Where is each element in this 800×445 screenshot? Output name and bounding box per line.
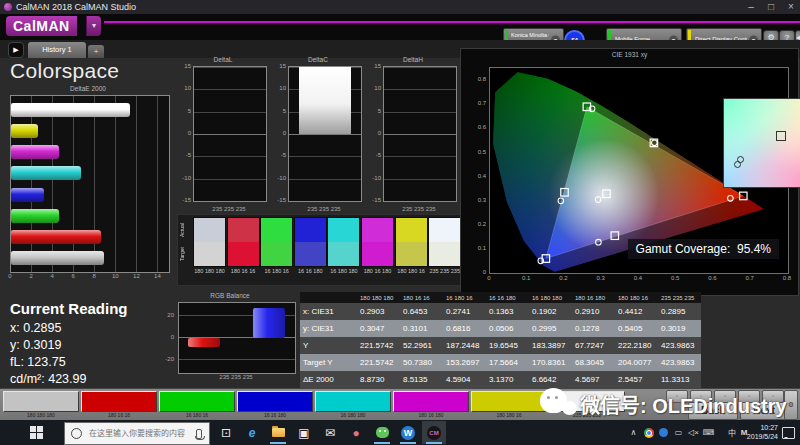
row-label: Target Y xyxy=(300,354,357,371)
table-cell: 221.5742 xyxy=(357,354,400,371)
axis-tick-label: 0.5 xyxy=(671,275,679,281)
strip-patch-label: 16 180 180 xyxy=(315,412,391,418)
mail-icon[interactable]: ✉ xyxy=(318,421,342,444)
strip-patch-label: 16 16 180 xyxy=(237,412,313,418)
cie-chromaticity-chart: Gamut Coverage: 95.4% xyxy=(489,67,789,274)
column-header: 16 180 16 xyxy=(443,292,486,303)
pattern-strip: 180 180 180180 16 1616 180 1616 16 18016… xyxy=(0,388,800,421)
strip-patch-4 xyxy=(237,391,313,412)
chevron-down-icon[interactable]: ▾ xyxy=(86,16,101,36)
axis-tick-label: 5 xyxy=(188,108,191,114)
table-cell: 0.3101 xyxy=(400,320,443,337)
deltae-bar-row xyxy=(11,230,169,244)
tab-history-1[interactable]: History 1 xyxy=(28,42,86,58)
column-header: 16 180 180 xyxy=(529,292,572,303)
deltae-bar-row xyxy=(11,103,169,117)
zero-line xyxy=(384,134,456,135)
axis-tick-label: 10 xyxy=(279,85,286,91)
strip-patch-1 xyxy=(3,391,79,412)
table-header-row: 180 180 180180 16 1616 180 1616 16 18016… xyxy=(300,292,701,303)
axis-tick-label: 0.8 xyxy=(478,76,486,82)
volume-muted-icon[interactable]: ◁× xyxy=(686,420,701,445)
zero-line xyxy=(194,134,266,135)
swatch-target xyxy=(429,242,460,266)
taskbar-search[interactable] xyxy=(64,422,210,445)
swatch-label: 16 180 180 xyxy=(327,268,360,274)
ime-indicator[interactable]: 中 xyxy=(726,420,738,445)
axis-tick-label: 12 xyxy=(133,273,140,279)
axis-tick-label: 0 xyxy=(283,130,286,136)
axis-tick-label: -10 xyxy=(182,175,191,181)
search-input[interactable] xyxy=(87,428,193,439)
table-cell: 0.3019 xyxy=(658,320,701,337)
chrome-tray-icon[interactable] xyxy=(641,420,656,445)
swatch-label: 16 180 16 xyxy=(260,268,293,274)
column-header: 180 180 180 xyxy=(357,292,400,303)
table-cell: 423.9863 xyxy=(658,354,701,371)
deltae-bar-white xyxy=(11,103,130,117)
swatch-target xyxy=(295,242,326,266)
table-cell: 2.5457 xyxy=(615,371,658,388)
edge-icon[interactable]: e xyxy=(240,421,264,444)
delta-panel-deltal: DeltaL151050-5-10-15235 235 235 xyxy=(179,56,267,212)
strip-toolbar-button-1[interactable]: ◦ xyxy=(666,390,688,403)
delta-x-label: 235 235 235 xyxy=(288,206,360,212)
rgb-balance-x-label: 235 235 235 xyxy=(178,374,294,380)
strip-patch-label: 235 235 235 xyxy=(549,412,625,418)
calman-logo-button[interactable]: CalMAN xyxy=(6,16,77,36)
add-tab-button[interactable]: + xyxy=(88,45,104,58)
swatch-3 xyxy=(260,217,293,267)
swatch-label: 16 16 180 xyxy=(294,268,327,274)
store-icon[interactable]: ▣ xyxy=(292,421,316,444)
delta-chart-title: DeltaH xyxy=(369,56,457,63)
microphone-icon[interactable] xyxy=(196,429,202,439)
axis-tick-label: -10 xyxy=(372,175,381,181)
maximize-button[interactable]: □ xyxy=(762,0,780,14)
row-label: x: CIE31 xyxy=(300,303,357,320)
table-cell: 0.2910 xyxy=(572,303,615,320)
strip-settings-button[interactable]: ⚙ xyxy=(784,390,798,420)
delta-x-label: 235 235 235 xyxy=(193,206,265,212)
back-button[interactable]: Back xyxy=(688,402,738,420)
deltae-bar-row xyxy=(11,188,169,202)
table-cell: 0.0506 xyxy=(486,320,529,337)
app-w-icon[interactable]: W xyxy=(396,421,420,444)
deltae-bar-row xyxy=(11,209,169,223)
battery-icon[interactable]: ▭ xyxy=(671,420,686,445)
reading-x: x: 0.2895 xyxy=(10,321,61,335)
calman-icon[interactable]: CM xyxy=(422,421,446,444)
table-cell: 0.6816 xyxy=(443,320,486,337)
close-button[interactable]: × xyxy=(782,0,800,14)
axis-tick-label: 0.2 xyxy=(559,275,567,281)
axis-tick-label: 0 xyxy=(483,269,486,275)
table-cell: 6.6642 xyxy=(529,371,572,388)
workflow-menu-button[interactable]: ▶ xyxy=(8,42,24,58)
app-pink-icon[interactable]: ● xyxy=(344,421,368,444)
axis-tick-label: 0.8 xyxy=(783,275,791,281)
deltae-bar-yellow xyxy=(11,124,38,138)
table-cell: 8.5135 xyxy=(400,371,443,388)
tray-expand-icon[interactable]: ∧ xyxy=(626,420,641,445)
strip-patch-5 xyxy=(315,391,391,412)
minimize-button[interactable]: – xyxy=(742,0,760,14)
swatch-comparison-panel: Actual Target 180 180 180180 16 1616 180… xyxy=(177,214,462,286)
app-header: CalMAN ▾ Konica Minolta CA-410 All Displ… xyxy=(0,14,800,40)
axis-tick-label: 0 xyxy=(487,275,490,281)
file-explorer-icon[interactable] xyxy=(266,421,290,444)
table-cell: 19.6545 xyxy=(486,337,529,354)
wechat-icon[interactable] xyxy=(370,421,394,444)
cortana-tray-icon[interactable] xyxy=(656,420,671,445)
touch-keyboard-icon[interactable]: ⌨ xyxy=(701,420,716,445)
task-view-icon[interactable]: ⊡ xyxy=(214,421,238,444)
table-cell: 153.2697 xyxy=(443,354,486,371)
next-button[interactable]: Next xyxy=(740,402,788,420)
zero-line xyxy=(289,134,361,135)
start-button[interactable] xyxy=(30,426,43,439)
reading-y: y: 0.3019 xyxy=(10,338,61,352)
strip-patch-label: 180 180 16 xyxy=(471,412,547,418)
deltae-bar-green xyxy=(11,209,59,223)
delta-chart-plot xyxy=(193,66,267,202)
notification-center-icon[interactable] xyxy=(782,427,795,439)
taskbar-clock[interactable]: 10:27 2019/5/24 xyxy=(747,423,778,441)
axis-tick-label: -20 xyxy=(165,356,174,362)
